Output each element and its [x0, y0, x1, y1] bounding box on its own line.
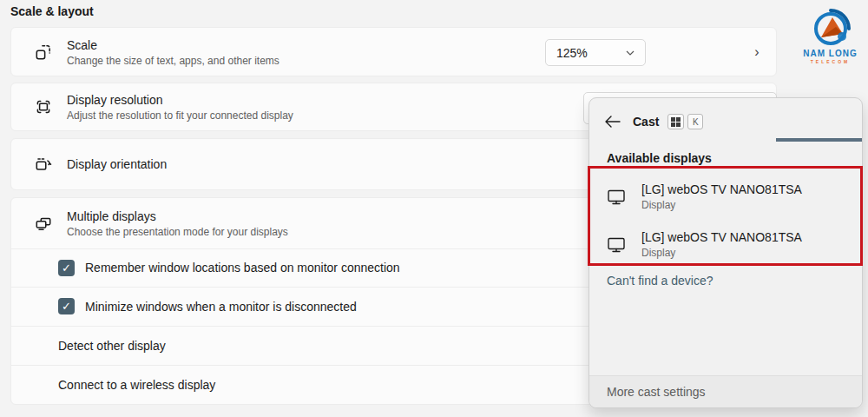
cast-title: Cast: [633, 115, 659, 129]
display-orientation-icon: [34, 155, 53, 174]
connect-wireless-display-label: Connect to a wireless display: [58, 378, 215, 392]
monitor-icon: [607, 188, 628, 207]
cast-device-item[interactable]: [LG] webOS TV NANO81TSA Display: [589, 221, 862, 268]
more-cast-settings-link[interactable]: More cast settings: [589, 375, 862, 407]
detect-other-display-label: Detect other display: [58, 339, 166, 353]
monitor-icon: [607, 235, 628, 255]
cast-search-progress-bar: [776, 138, 862, 142]
scale-expand-chevron[interactable]: ›: [745, 28, 769, 76]
scale-row: Scale Change the size of text, apps, and…: [10, 27, 777, 76]
logo-name-text: NAM LONG: [803, 49, 857, 58]
scale-dropdown-value: 125%: [556, 46, 588, 60]
display-resolution-subtitle: Adjust the resolution to fit your connec…: [67, 109, 293, 122]
minimize-windows-checkbox[interactable]: ✓: [58, 298, 75, 314]
cast-flyout: Cast K Available displays [LG] webOS TV …: [589, 97, 863, 408]
available-displays-heading: Available displays: [607, 151, 712, 165]
multiple-displays-title: Multiple displays: [67, 208, 288, 224]
cast-device-item[interactable]: [LG] webOS TV NANO81TSA Display: [589, 173, 862, 221]
windows-key-icon: [667, 114, 684, 129]
scale-title: Scale: [67, 37, 279, 53]
back-icon[interactable]: [605, 114, 624, 129]
scale-icon: [34, 43, 53, 62]
device-name: [LG] webOS TV NANO81TSA: [641, 182, 802, 197]
multiple-displays-subtitle: Choose the presentation mode for your di…: [67, 226, 288, 238]
device-type: Display: [641, 199, 802, 211]
nam-long-logo-mark: [806, 9, 855, 50]
minimize-windows-label: Minimize windows when a monitor is disco…: [85, 300, 357, 314]
display-resolution-icon: [34, 97, 53, 116]
remember-windows-label: Remember window locations based on monit…: [85, 261, 400, 275]
logo-sub-text: TELECOM: [811, 59, 850, 64]
page-title: Scale & layout: [10, 4, 94, 18]
cant-find-device-link[interactable]: Can't find a device?: [607, 274, 713, 288]
remember-windows-checkbox[interactable]: ✓: [58, 260, 75, 276]
device-name: [LG] webOS TV NANO81TSA: [641, 230, 802, 245]
scale-subtitle: Change the size of text, apps, and other…: [67, 55, 279, 67]
device-type: Display: [641, 247, 802, 259]
k-key-badge: K: [687, 114, 703, 129]
display-resolution-title: Display resolution: [67, 92, 293, 108]
scale-dropdown[interactable]: 125%: [545, 39, 646, 66]
multiple-displays-icon: [34, 214, 53, 233]
display-orientation-title: Display orientation: [67, 156, 167, 172]
device-list: [LG] webOS TV NANO81TSA Display [LG] web…: [589, 173, 862, 268]
chevron-down-icon: [626, 50, 635, 56]
nam-long-telecom-logo: NAM LONG TELECOM: [792, 9, 868, 73]
